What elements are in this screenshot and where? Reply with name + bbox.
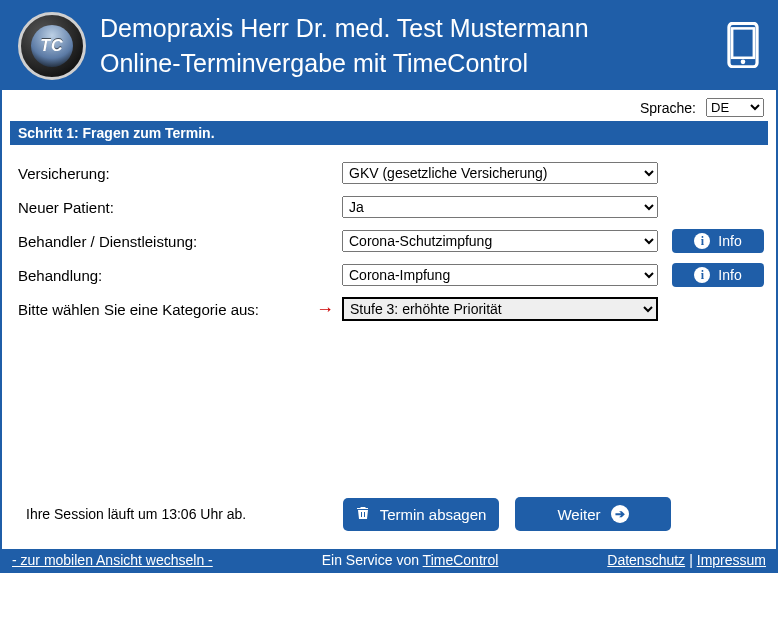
label-practitioner: Behandler / Dienstleistung: [12, 233, 308, 250]
control-practitioner: Corona-Schutzimpfung [342, 230, 658, 252]
switch-mobile-link[interactable]: - zur mobilen Ansicht wechseln - [12, 552, 213, 568]
row-insurance: Versicherung: → GKV (gesetzliche Versich… [12, 161, 766, 185]
footer-right: Datenschutz|Impressum [607, 552, 766, 568]
app-container: TC Demopraxis Herr Dr. med. Test Musterm… [0, 0, 778, 573]
label-new-patient: Neuer Patient: [12, 199, 308, 216]
language-label: Sprache: [640, 100, 696, 116]
info-label: Info [718, 267, 741, 283]
tc-logo-text: TC [31, 25, 73, 67]
select-practitioner[interactable]: Corona-Schutzimpfung [342, 230, 658, 252]
cancel-appointment-button[interactable]: Termin absagen [343, 498, 499, 531]
svg-point-2 [741, 59, 746, 64]
header-titles: Demopraxis Herr Dr. med. Test Mustermann… [100, 14, 712, 78]
info-icon: i [694, 233, 710, 249]
row-practitioner: Behandler / Dienstleistung: → Corona-Sch… [12, 229, 766, 253]
privacy-link[interactable]: Datenschutz [607, 552, 685, 568]
select-insurance[interactable]: GKV (gesetzliche Versicherung) [342, 162, 658, 184]
row-treatment: Behandlung: → Corona-Impfung i Info [12, 263, 766, 287]
step-title: Schritt 1: Fragen zum Termin. [10, 121, 768, 145]
control-insurance: GKV (gesetzliche Versicherung) [342, 162, 658, 184]
control-treatment: Corona-Impfung [342, 264, 658, 286]
info-button-practitioner[interactable]: i Info [672, 229, 764, 253]
info-label: Info [718, 233, 741, 249]
imprint-link[interactable]: Impressum [697, 552, 766, 568]
mobile-icon[interactable] [726, 22, 760, 71]
row-new-patient: Neuer Patient: → Ja [12, 195, 766, 219]
after-practitioner: i Info [672, 229, 764, 253]
after-treatment: i Info [672, 263, 764, 287]
form-spacer [12, 331, 766, 487]
next-label: Weiter [557, 506, 600, 523]
service-prefix: Ein Service von [322, 552, 423, 568]
select-treatment[interactable]: Corona-Impfung [342, 264, 658, 286]
session-expiry-text: Ihre Session läuft um 13:06 Uhr ab. [20, 506, 343, 522]
footer-left: - zur mobilen Ansicht wechseln - [12, 552, 213, 568]
footer: - zur mobilen Ansicht wechseln - Ein Ser… [2, 549, 776, 571]
timecontrol-link[interactable]: TimeControl [423, 552, 499, 568]
service-subtitle: Online-Terminvergabe mit TimeControl [100, 49, 712, 78]
form-area: Versicherung: → GKV (gesetzliche Versich… [2, 149, 776, 549]
svg-rect-1 [732, 28, 754, 57]
action-row: Ihre Session läuft um 13:06 Uhr ab. Term… [12, 487, 766, 549]
practice-title: Demopraxis Herr Dr. med. Test Mustermann [100, 14, 712, 43]
trash-icon [356, 506, 370, 523]
label-treatment: Behandlung: [12, 267, 308, 284]
cancel-label: Termin absagen [380, 506, 487, 523]
control-new-patient: Ja [342, 196, 658, 218]
separator: | [689, 552, 693, 568]
row-category: Bitte wählen Sie eine Kategorie aus: → S… [12, 297, 766, 321]
control-category: Stufe 3: erhöhte Priorität [342, 297, 658, 321]
info-icon: i [694, 267, 710, 283]
footer-center: Ein Service von TimeControl [213, 552, 608, 568]
next-button[interactable]: Weiter ➔ [515, 497, 671, 531]
language-row: Sprache: DE [2, 90, 776, 121]
info-button-treatment[interactable]: i Info [672, 263, 764, 287]
arrow-right-circle-icon: ➔ [611, 505, 629, 523]
select-category[interactable]: Stufe 3: erhöhte Priorität [342, 297, 658, 321]
main-header: TC Demopraxis Herr Dr. med. Test Musterm… [2, 2, 776, 90]
select-new-patient[interactable]: Ja [342, 196, 658, 218]
language-select[interactable]: DE [706, 98, 764, 117]
label-category: Bitte wählen Sie eine Kategorie aus: [12, 301, 308, 318]
arrow-right-icon: → [308, 299, 342, 320]
tc-logo: TC [18, 12, 86, 80]
label-insurance: Versicherung: [12, 165, 308, 182]
